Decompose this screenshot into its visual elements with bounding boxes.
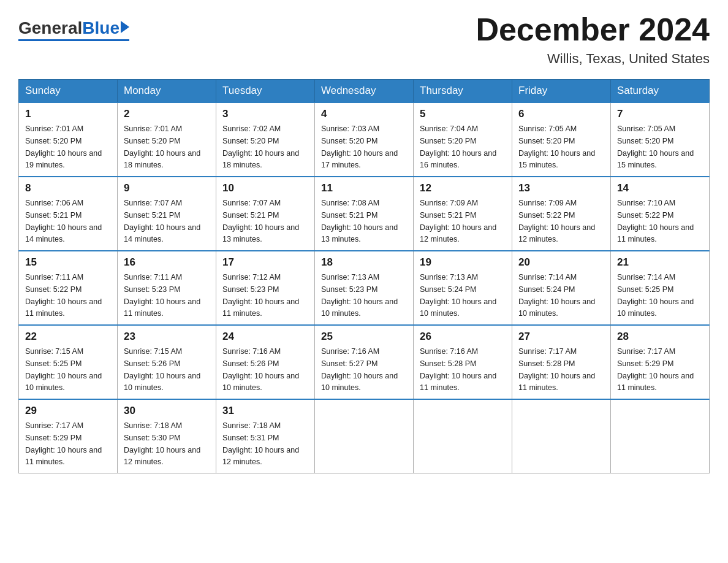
- logo-underline: [18, 39, 129, 41]
- table-row: 20 Sunrise: 7:14 AMSunset: 5:24 PMDaylig…: [512, 251, 611, 325]
- day-info: Sunrise: 7:16 AMSunset: 5:26 PMDaylight:…: [222, 347, 299, 392]
- day-info: Sunrise: 7:09 AMSunset: 5:22 PMDaylight:…: [518, 199, 595, 243]
- calendar-week-row: 1 Sunrise: 7:01 AMSunset: 5:20 PMDayligh…: [19, 102, 710, 177]
- logo-blue-box: Blue: [82, 18, 129, 38]
- day-info: Sunrise: 7:02 AMSunset: 5:20 PMDaylight:…: [222, 124, 299, 169]
- day-info: Sunrise: 7:15 AMSunset: 5:25 PMDaylight:…: [25, 347, 102, 392]
- day-info: Sunrise: 7:14 AMSunset: 5:24 PMDaylight:…: [518, 273, 595, 318]
- header-sunday: Sunday: [19, 80, 118, 103]
- header-thursday: Thursday: [414, 80, 512, 103]
- table-row: 3 Sunrise: 7:02 AMSunset: 5:20 PMDayligh…: [216, 102, 315, 177]
- title-area: December 2024 Willis, Texas, United Stat…: [476, 12, 710, 67]
- table-row: 13 Sunrise: 7:09 AMSunset: 5:22 PMDaylig…: [512, 177, 611, 251]
- day-info: Sunrise: 7:07 AMSunset: 5:21 PMDaylight:…: [222, 199, 299, 243]
- day-info: Sunrise: 7:16 AMSunset: 5:27 PMDaylight:…: [321, 347, 398, 392]
- day-info: Sunrise: 7:03 AMSunset: 5:20 PMDaylight:…: [321, 124, 398, 169]
- day-number: 22: [25, 331, 111, 343]
- table-row: [611, 399, 710, 473]
- day-info: Sunrise: 7:18 AMSunset: 5:31 PMDaylight:…: [222, 421, 299, 466]
- day-number: 24: [222, 331, 308, 343]
- table-row: 11 Sunrise: 7:08 AMSunset: 5:21 PMDaylig…: [315, 177, 414, 251]
- header-monday: Monday: [118, 80, 216, 103]
- day-info: Sunrise: 7:15 AMSunset: 5:26 PMDaylight:…: [124, 347, 200, 392]
- day-number: 8: [25, 182, 111, 194]
- day-info: Sunrise: 7:06 AMSunset: 5:21 PMDaylight:…: [25, 199, 102, 243]
- table-row: 29 Sunrise: 7:17 AMSunset: 5:29 PMDaylig…: [19, 399, 118, 473]
- table-row: [414, 399, 512, 473]
- header-saturday: Saturday: [611, 80, 710, 103]
- day-info: Sunrise: 7:17 AMSunset: 5:28 PMDaylight:…: [518, 347, 595, 392]
- table-row: 4 Sunrise: 7:03 AMSunset: 5:20 PMDayligh…: [315, 102, 414, 177]
- table-row: 2 Sunrise: 7:01 AMSunset: 5:20 PMDayligh…: [118, 102, 216, 177]
- logo-general-text: General: [18, 18, 82, 38]
- calendar-table: Sunday Monday Tuesday Wednesday Thursday…: [18, 79, 710, 473]
- day-info: Sunrise: 7:18 AMSunset: 5:30 PMDaylight:…: [124, 421, 200, 466]
- logo-triangle-icon: [121, 21, 129, 33]
- month-title: December 2024: [476, 12, 710, 47]
- day-number: 15: [25, 256, 111, 269]
- day-number: 20: [518, 256, 604, 269]
- day-number: 23: [124, 331, 210, 343]
- day-number: 6: [518, 108, 604, 120]
- day-number: 2: [124, 108, 210, 120]
- day-number: 4: [321, 108, 407, 120]
- day-number: 16: [124, 256, 210, 269]
- calendar-week-row: 8 Sunrise: 7:06 AMSunset: 5:21 PMDayligh…: [19, 177, 710, 251]
- table-row: 23 Sunrise: 7:15 AMSunset: 5:26 PMDaylig…: [118, 325, 216, 399]
- day-info: Sunrise: 7:04 AMSunset: 5:20 PMDaylight:…: [420, 124, 496, 169]
- day-number: 31: [222, 405, 308, 417]
- calendar-week-row: 15 Sunrise: 7:11 AMSunset: 5:22 PMDaylig…: [19, 251, 710, 325]
- table-row: 5 Sunrise: 7:04 AMSunset: 5:20 PMDayligh…: [414, 102, 512, 177]
- day-info: Sunrise: 7:01 AMSunset: 5:20 PMDaylight:…: [25, 124, 102, 169]
- day-header-row: Sunday Monday Tuesday Wednesday Thursday…: [19, 80, 710, 103]
- day-info: Sunrise: 7:01 AMSunset: 5:20 PMDaylight:…: [124, 124, 200, 169]
- day-number: 9: [124, 182, 210, 194]
- table-row: 6 Sunrise: 7:05 AMSunset: 5:20 PMDayligh…: [512, 102, 611, 177]
- location-title: Willis, Texas, United States: [476, 51, 710, 67]
- day-info: Sunrise: 7:16 AMSunset: 5:28 PMDaylight:…: [420, 347, 496, 392]
- table-row: 22 Sunrise: 7:15 AMSunset: 5:25 PMDaylig…: [19, 325, 118, 399]
- day-number: 14: [617, 182, 703, 194]
- table-row: 12 Sunrise: 7:09 AMSunset: 5:21 PMDaylig…: [414, 177, 512, 251]
- day-number: 21: [617, 256, 703, 269]
- table-row: 30 Sunrise: 7:18 AMSunset: 5:30 PMDaylig…: [118, 399, 216, 473]
- day-info: Sunrise: 7:17 AMSunset: 5:29 PMDaylight:…: [25, 421, 102, 466]
- table-row: 19 Sunrise: 7:13 AMSunset: 5:24 PMDaylig…: [414, 251, 512, 325]
- page-header: General Blue December 2024 Willis, Texas…: [18, 12, 710, 67]
- day-number: 19: [420, 256, 506, 269]
- day-number: 29: [25, 405, 111, 417]
- day-info: Sunrise: 7:05 AMSunset: 5:20 PMDaylight:…: [617, 124, 694, 169]
- calendar-week-row: 22 Sunrise: 7:15 AMSunset: 5:25 PMDaylig…: [19, 325, 710, 399]
- day-number: 26: [420, 331, 506, 343]
- table-row: 26 Sunrise: 7:16 AMSunset: 5:28 PMDaylig…: [414, 325, 512, 399]
- day-number: 13: [518, 182, 604, 194]
- table-row: 16 Sunrise: 7:11 AMSunset: 5:23 PMDaylig…: [118, 251, 216, 325]
- logo: General Blue: [18, 12, 129, 41]
- table-row: 14 Sunrise: 7:10 AMSunset: 5:22 PMDaylig…: [611, 177, 710, 251]
- table-row: 27 Sunrise: 7:17 AMSunset: 5:28 PMDaylig…: [512, 325, 611, 399]
- day-number: 27: [518, 331, 604, 343]
- table-row: 8 Sunrise: 7:06 AMSunset: 5:21 PMDayligh…: [19, 177, 118, 251]
- day-info: Sunrise: 7:13 AMSunset: 5:24 PMDaylight:…: [420, 273, 496, 318]
- day-info: Sunrise: 7:05 AMSunset: 5:20 PMDaylight:…: [518, 124, 595, 169]
- table-row: 28 Sunrise: 7:17 AMSunset: 5:29 PMDaylig…: [611, 325, 710, 399]
- day-number: 1: [25, 108, 111, 120]
- day-info: Sunrise: 7:12 AMSunset: 5:23 PMDaylight:…: [222, 273, 299, 318]
- day-number: 18: [321, 256, 407, 269]
- table-row: [512, 399, 611, 473]
- day-number: 25: [321, 331, 407, 343]
- table-row: 18 Sunrise: 7:13 AMSunset: 5:23 PMDaylig…: [315, 251, 414, 325]
- table-row: 25 Sunrise: 7:16 AMSunset: 5:27 PMDaylig…: [315, 325, 414, 399]
- day-number: 3: [222, 108, 308, 120]
- table-row: 21 Sunrise: 7:14 AMSunset: 5:25 PMDaylig…: [611, 251, 710, 325]
- calendar-week-row: 29 Sunrise: 7:17 AMSunset: 5:29 PMDaylig…: [19, 399, 710, 473]
- header-tuesday: Tuesday: [216, 80, 315, 103]
- day-number: 28: [617, 331, 703, 343]
- table-row: 9 Sunrise: 7:07 AMSunset: 5:21 PMDayligh…: [118, 177, 216, 251]
- table-row: [315, 399, 414, 473]
- header-friday: Friday: [512, 80, 611, 103]
- table-row: 24 Sunrise: 7:16 AMSunset: 5:26 PMDaylig…: [216, 325, 315, 399]
- table-row: 17 Sunrise: 7:12 AMSunset: 5:23 PMDaylig…: [216, 251, 315, 325]
- day-info: Sunrise: 7:11 AMSunset: 5:23 PMDaylight:…: [124, 273, 200, 318]
- day-info: Sunrise: 7:14 AMSunset: 5:25 PMDaylight:…: [617, 273, 694, 318]
